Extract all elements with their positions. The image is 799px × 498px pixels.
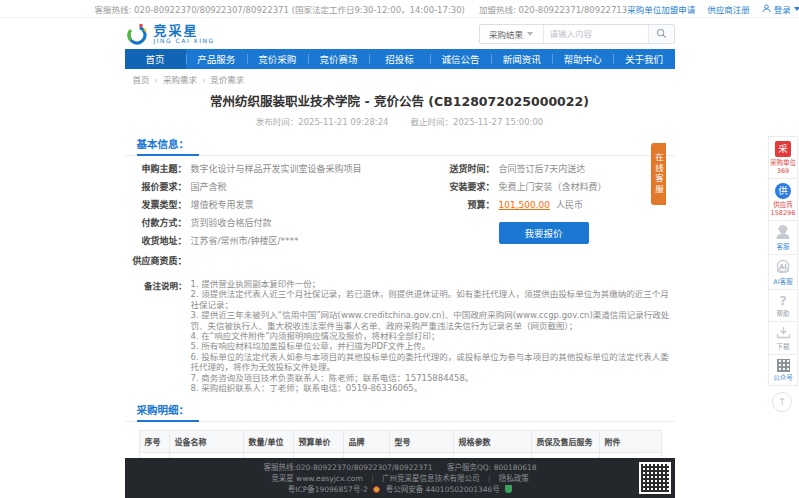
remark-item: 5. 所有响应材料均加盖投标单位公章，并扫描为PDF文件上传。 — [191, 341, 671, 351]
col-budget-unit-price: 预算单价 — [293, 431, 343, 453]
search-bar: 采购结果 — [479, 24, 675, 44]
footer-site-link[interactable]: 竞采星 www.easyjcx.com — [271, 474, 363, 483]
footer-qq: 客户服务QQ: 800180618 — [447, 463, 537, 472]
breadcrumb-bidding-demand: 竞价需求 — [210, 73, 244, 85]
breadcrumb: 首页 采购需求 竞价需求 — [125, 73, 675, 85]
breadcrumb-purchase-demand[interactable]: 采购需求 — [163, 73, 205, 85]
basic-info-section-title: 基本信息： — [125, 136, 675, 156]
publish-time: 发布时间：2025-11-21 09:28:24 — [256, 115, 389, 127]
join-hotline: 加盟热线: 020-80922371/80922713 — [479, 3, 627, 15]
rail-ai-service[interactable]: AI AI客服 — [768, 255, 798, 290]
logo-name-cn: 竞采星 — [154, 24, 215, 37]
nav-item-about-us[interactable]: 关于我们 — [613, 49, 674, 69]
back-to-top-button[interactable]: ↑ — [772, 392, 792, 412]
page-title: 常州纺织服装职业技术学院 - 竞价公告 (CB128072025000022) — [125, 91, 675, 110]
shield-icon — [505, 485, 512, 493]
emblem-icon — [373, 486, 380, 493]
rail-official-account[interactable]: 公众号 — [768, 355, 798, 386]
basic-info-grid: 申购主题： 数字化设计与样品开发实训室设备采购项目 报价要求： 国产含税 发票类… — [125, 164, 675, 254]
main-content: 首页 采购需求 竞价需求 常州纺织服装职业技术学院 - 竞价公告 (CB1280… — [125, 73, 675, 498]
info-row-delivery-time: 送货时间： 合同签订后7天内送达 — [433, 164, 675, 174]
site-logo[interactable]: 竞采星 JING CAI XING — [125, 22, 215, 46]
remark-item: 6. 投标单位的法定代表人如参与本项目的其他投标单位的委托代理的，或投标单位为参… — [191, 352, 671, 373]
col-model: 型号 — [389, 431, 453, 453]
login-label: 登录 — [774, 3, 791, 15]
remark-item: 1. 提供营业执照副本复印件一份； — [191, 279, 671, 289]
chevron-down-icon — [527, 32, 533, 36]
purchaser-apply-link[interactable]: 采购单位加盟申请 — [627, 3, 695, 15]
remark-item: 2. 须提供法定代表人近三个月社保记录，若已退休，则提供退休证明。如有委托代理人… — [191, 289, 671, 310]
rail-help[interactable]: ? 帮助 — [768, 290, 798, 322]
supplier-badge-icon: 供 — [775, 183, 791, 199]
nav-item-bidding-arena[interactable]: 竞价赛场 — [308, 49, 369, 69]
info-row-budget: 预算： 101,500.00 人民币 — [433, 200, 675, 210]
nav-item-home[interactable]: 首页 — [125, 49, 186, 69]
nav-item-news[interactable]: 新闻资讯 — [491, 49, 552, 69]
quote-now-button[interactable]: 我要报价 — [499, 222, 589, 244]
nav-item-help-center[interactable]: 帮助中心 — [552, 49, 613, 69]
remarks-list: 1. 提供营业执照副本复印件一份； 2. 须提供法定代表人近三个月社保记录，若已… — [191, 279, 671, 393]
purchase-detail-section-title: 采购明细： — [125, 402, 675, 422]
search-category-value: 采购结果 — [489, 28, 523, 40]
logo-swirl-icon — [125, 22, 149, 46]
info-row-install: 安装要求： 免费上门安装（含材料费） — [433, 182, 675, 192]
footer-police-record[interactable]: 粤公网安备 44010502001346号 — [386, 485, 500, 494]
online-service-tab[interactable]: 在线客服 — [651, 143, 666, 205]
site-footer: 客服热线:020-80922370/80922307/80922371 客户服务… — [125, 458, 675, 498]
login-menu[interactable]: 登录 — [762, 3, 799, 15]
logo-name-en: JING CAI XING — [154, 37, 215, 44]
col-attachment: 附件 — [599, 431, 661, 453]
remark-item: 4. 在“响应文件附件”内须报明响应情况及报价，将材料全部打印； — [191, 331, 671, 341]
nav-item-integrity-notice[interactable]: 诚信公告 — [430, 49, 491, 69]
floating-rail: 采 采购单位 369 供 供应商 158296 客服 AI AI客服 ? 帮助 … — [768, 136, 798, 412]
help-icon: ? — [769, 294, 797, 308]
top-utility-bar: 客服热线: 020-80922370/80922307/80922371 (国家… — [0, 0, 799, 18]
remarks-block: 备注说明： 1. 提供营业执照副本复印件一份； 2. 须提供法定代表人近三个月社… — [125, 279, 675, 393]
user-icon — [762, 4, 771, 13]
breadcrumb-home[interactable]: 首页 — [133, 73, 158, 85]
col-quantity-unit: 数量/单位 — [243, 431, 293, 453]
rail-purchaser-count[interactable]: 采 采购单位 369 — [768, 136, 798, 179]
col-spec: 规格参数 — [453, 431, 531, 453]
search-input[interactable] — [544, 25, 648, 43]
nav-item-products[interactable]: 产品服务 — [186, 49, 247, 69]
nav-item-bidding-purchase[interactable]: 竞价采购 — [247, 49, 308, 69]
notice-meta: 发布时间：2025-11-21 09:28:24 截止时间：2025-11-27… — [125, 115, 675, 127]
remark-item: 3. 提供近三年未被列入“信用中国”网站(www.creditchina.gov… — [191, 310, 671, 331]
supplier-register-link[interactable]: 供应商注册 — [707, 3, 750, 15]
col-warranty: 质保及售后服务 — [531, 431, 599, 453]
remark-item: 8. 采购组织联系人：丁老师；联系电话：0519-86336065。 — [191, 383, 671, 393]
info-row-invoice-type: 发票类型： 增值税专用发票 — [125, 200, 433, 210]
main-nav: 首页 产品服务 竞价采购 竞价赛场 招投标 诚信公告 新闻资讯 帮助中心 关于我… — [125, 49, 675, 69]
budget-amount: 101,500.00 — [499, 200, 551, 210]
qrcode-icon — [641, 464, 669, 492]
col-brand: 品牌 — [343, 431, 389, 453]
remark-item: 7. 商务咨询及项目技术负责联系人：陈老师；联系电话：15715884458。 — [191, 373, 671, 383]
ai-service-icon: AI — [775, 259, 791, 274]
svg-text:AI: AI — [779, 263, 786, 271]
table-header-row: 序号 设备名称 数量/单位 预算单价 品牌 型号 规格参数 质保及售后服务 附件 — [139, 431, 661, 453]
download-icon — [776, 326, 791, 339]
service-hotline: 客服热线: 020-80922370/80922307/80922371 (国家… — [95, 3, 465, 15]
search-button[interactable] — [648, 25, 674, 43]
footer-icp[interactable]: 粤ICP备19096857号-2 — [288, 485, 368, 494]
site-header: 竞采星 JING CAI XING 采购结果 — [125, 18, 675, 49]
deadline-time: 截止时间：2025-11-27 15:00:00 — [411, 115, 544, 127]
info-row-subject: 申购主题： 数字化设计与样品开发实训室设备采购项目 — [125, 164, 433, 174]
col-device-name: 设备名称 — [169, 431, 243, 453]
search-category-select[interactable]: 采购结果 — [480, 25, 544, 43]
purchaser-badge-icon: 采 — [775, 141, 791, 157]
footer-company: 广州竞采星信息技术有限公司 — [382, 474, 480, 483]
rail-download[interactable]: 下载 — [768, 322, 798, 355]
nav-item-tenders[interactable]: 招投标 — [369, 49, 430, 69]
rail-supplier-count[interactable]: 供 供应商 158296 — [768, 179, 798, 221]
col-index: 序号 — [139, 431, 169, 453]
search-icon — [656, 28, 667, 39]
chevron-down-icon — [794, 7, 799, 11]
info-row-payment: 付款方式： 货到验收合格后付款 — [125, 218, 433, 228]
footer-qrcode — [639, 462, 671, 494]
rail-customer-service[interactable]: 客服 — [768, 221, 798, 255]
info-row-address: 收货地址： 江苏省/常州市/钟楼区/**** — [125, 236, 433, 246]
budget-currency: 人民币 — [556, 200, 583, 210]
footer-privacy-link[interactable]: 隐私政策 — [499, 474, 529, 483]
